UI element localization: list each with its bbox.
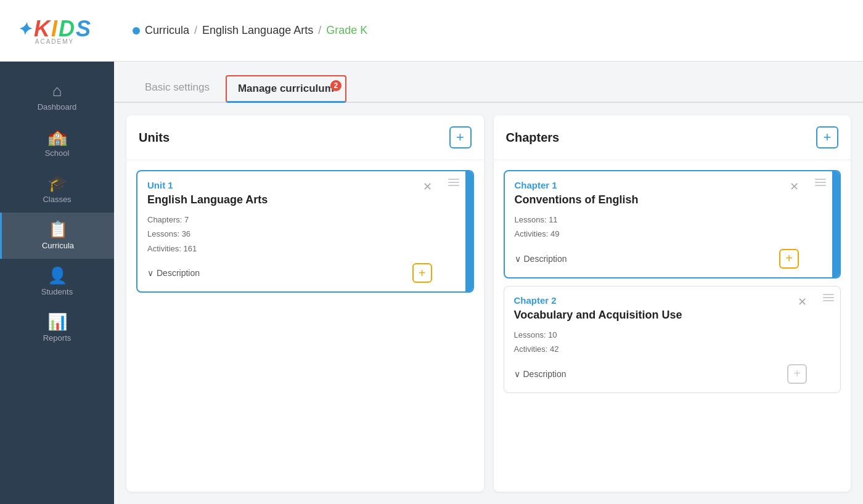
chapter-2-footer: ∨ Description + [514,364,808,384]
chapter-2-add-button[interactable]: + [787,364,807,384]
chapter-2-number: Chapter 2 [514,295,557,306]
chapters-panel-header: Chapters + [494,115,851,160]
chapter-1-right-controls [809,171,832,277]
chapter-2-content: Chapter 2 ✕ Vocabulary and Acquisition U… [504,287,817,392]
chapters-panel-title: Chapters [506,131,560,145]
unit-1-side-bar [465,171,473,291]
tabs-bar: Basic settings Manage curriculum 2 [114,62,863,103]
add-unit-button[interactable]: + [449,126,472,148]
chevron-down-icon: ∨ [147,268,153,278]
sidebar-label-reports: Reports [43,333,72,343]
unit-1-number: Unit 1 [147,180,173,190]
school-icon: 🏫 [47,129,67,145]
units-panel-header: Units + [126,115,484,160]
chapter-2-title: Vocabulary and Acquisition Use [514,309,808,322]
chapter-1-title: Conventions of English [515,193,800,206]
units-panel-body: Unit 1 ✕ English Language Arts Chapters:… [126,160,484,492]
unit-1-stats: Chapters: 7 Lessons: 36 Activities: 161 [147,213,432,256]
chapter-1-side-bar [832,171,840,277]
unit-1-inner: Unit 1 ✕ English Language Arts Chapters:… [137,171,465,291]
content-area: Basic settings Manage curriculum 2 Units… [114,62,863,504]
chapter-1-stats: Lessons: 11 Activities: 49 [515,213,800,242]
top-bar: ✦ K I D S ACADEMY Curricula / English La… [0,0,863,62]
units-panel: Units + Unit 1 ✕ English Language A [126,115,484,492]
breadcrumb-curricula[interactable]: Curricula [145,24,189,37]
reports-icon: 📊 [47,314,67,330]
sidebar-label-dashboard: Dashboard [38,102,77,112]
unit-1-card: Unit 1 ✕ English Language Arts Chapters:… [136,170,474,293]
chapter-1-add-button[interactable]: + [779,249,799,269]
chapter-2-inner: Chapter 2 ✕ Vocabulary and Acquisition U… [504,287,841,392]
sidebar-item-curricula[interactable]: 📋 Curricula [0,213,114,259]
tab-badge: 2 [330,80,342,91]
chapter-2-card: Chapter 2 ✕ Vocabulary and Acquisition U… [504,286,841,393]
sidebar-item-dashboard[interactable]: ⌂ Dashboard [0,74,114,120]
unit-1-close[interactable]: ✕ [423,180,432,193]
breadcrumb-sep2: / [318,24,321,37]
tab-basic-settings[interactable]: Basic settings [133,74,222,103]
chapters-panel-body: Chapter 1 ✕ Conventions of English Lesso… [494,160,851,492]
breadcrumb-sep1: / [194,24,197,37]
sidebar: ⌂ Dashboard 🏫 School 🎓 Classes 📋 Curricu… [0,62,114,504]
dashboard-icon: ⌂ [52,83,62,99]
chapter-2-stats: Lessons: 10 Activities: 42 [514,328,808,357]
unit-1-right-controls [442,171,465,291]
chapter-1-header-row: Chapter 1 ✕ [515,180,800,193]
chapter-2-header-row: Chapter 2 ✕ [514,295,808,309]
logo-academy: ACADEMY [35,38,74,45]
chapter-1-drag-handle[interactable] [812,176,828,189]
chapter-1-description-toggle[interactable]: ∨ Description [515,254,567,264]
chevron-down-icon-ch2: ∨ [514,369,520,379]
unit-1-title: English Language Arts [147,193,432,206]
breadcrumb-dot [133,27,140,35]
chapter-2-drag-handle[interactable] [820,291,836,304]
chapter-1-number: Chapter 1 [515,180,557,190]
breadcrumb-ela[interactable]: English Language Arts [202,24,313,37]
logo: ✦ K I D S ACADEMY [18,16,133,45]
sidebar-item-students[interactable]: 👤 Students [0,259,114,305]
unit-1-header-row: Unit 1 ✕ [147,180,432,193]
chapter-1-footer: ∨ Description + [515,249,800,269]
sidebar-item-reports[interactable]: 📊 Reports [0,305,114,351]
chapter-1-close[interactable]: ✕ [790,180,799,193]
breadcrumb: Curricula / English Language Arts / Grad… [133,24,367,37]
curricula-icon: 📋 [48,221,68,237]
unit-1-content: Unit 1 ✕ English Language Arts Chapters:… [137,171,442,291]
chevron-down-icon-ch1: ∨ [515,254,521,264]
sidebar-label-classes: Classes [43,195,71,204]
chapter-2-description-toggle[interactable]: ∨ Description [514,369,566,379]
logo-s: S [76,16,91,42]
tab-manage-curriculum[interactable]: Manage curriculum 2 [226,75,346,103]
unit-1-description-toggle[interactable]: ∨ Description [147,268,200,278]
unit-1-add-button[interactable]: + [412,263,432,283]
panels-area: Units + Unit 1 ✕ English Language A [114,103,863,504]
chapter-1-inner: Chapter 1 ✕ Conventions of English Lesso… [505,171,833,277]
chapter-2-right-controls [817,287,840,392]
sidebar-label-school: School [45,148,70,158]
classes-icon: 🎓 [47,175,67,191]
chapter-2-close[interactable]: ✕ [798,295,807,309]
chapters-panel: Chapters + Chapter 1 ✕ Conventions [494,115,851,492]
unit-1-footer: ∨ Description + [147,263,432,283]
sidebar-label-students: Students [41,287,73,296]
chapter-1-content: Chapter 1 ✕ Conventions of English Lesso… [505,171,809,277]
sidebar-item-school[interactable]: 🏫 School [0,120,114,166]
chapter-1-card: Chapter 1 ✕ Conventions of English Lesso… [504,170,841,278]
sidebar-label-curricula: Curricula [42,241,74,250]
unit-1-drag-handle[interactable] [446,176,462,189]
main-layout: ⌂ Dashboard 🏫 School 🎓 Classes 📋 Curricu… [0,62,863,504]
students-icon: 👤 [47,267,67,283]
add-chapter-button[interactable]: + [816,126,838,148]
breadcrumb-grade: Grade K [326,24,367,37]
sidebar-item-classes[interactable]: 🎓 Classes [0,166,114,213]
units-panel-title: Units [139,131,170,145]
